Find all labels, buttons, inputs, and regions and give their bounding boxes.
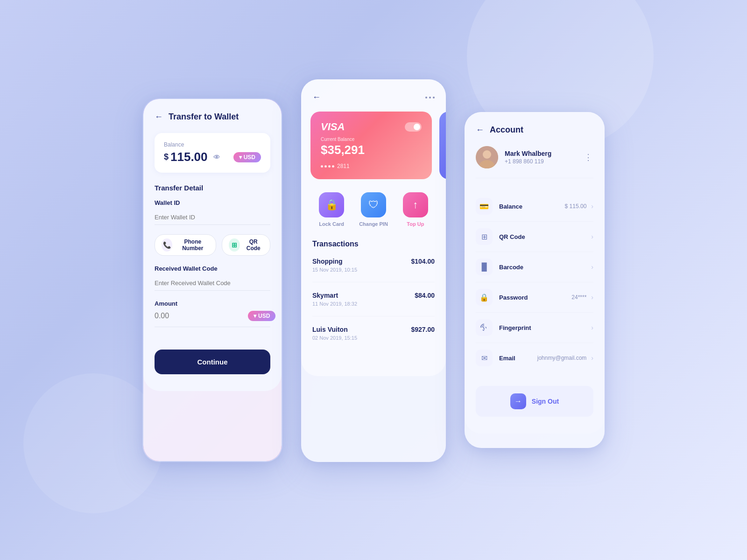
- card-balance-label: Current Balance: [321, 137, 422, 142]
- profile-name: Mark Whalberg: [505, 150, 551, 157]
- transaction-item-1[interactable]: Shopping 15 Nov 2019, 10:15 $104.00: [312, 258, 435, 282]
- wallet-id-input[interactable]: [155, 210, 270, 225]
- profile-phone: +1 898 860 119: [505, 158, 551, 165]
- card-dot1: [321, 165, 323, 168]
- amount-currency-chevron: ▾: [254, 313, 256, 319]
- visa-card-header: VISA: [321, 121, 422, 133]
- signout-button[interactable]: → Sign Out: [476, 386, 593, 417]
- card-dots: [321, 165, 334, 168]
- action-buttons: 🔒 Lock Card 🛡 Change PIN ↑ Top Up: [301, 192, 446, 227]
- transaction-item-3[interactable]: Luis Vuiton 02 Nov 2019, 15:15 $927.00: [312, 326, 435, 350]
- menu-item-barcode[interactable]: ▐▌ Barcode ›: [476, 252, 593, 282]
- menu-right-email: johnmy@gmail.com ›: [537, 354, 593, 362]
- balance-chevron: ›: [591, 203, 593, 210]
- transfer-header: ← Transfer to Wallet: [155, 112, 270, 122]
- currency-badge-chevron: ▾: [239, 154, 242, 161]
- email-chevron: ›: [591, 354, 593, 362]
- menu-left-email: ✉ Email: [476, 350, 515, 366]
- transfer-detail-title: Transfer Detail: [155, 184, 270, 192]
- top-up-label: Top Up: [407, 221, 424, 227]
- menu-left-fingerprint: Fingerprint: [476, 319, 531, 336]
- menu-right-qr: ›: [591, 233, 593, 240]
- menu-left-qr: ⊞ QR Code: [476, 228, 525, 245]
- dots-menu[interactable]: [425, 97, 435, 98]
- svg-point-1: [483, 150, 491, 159]
- barcode-menu-label: Barcode: [499, 264, 523, 271]
- menu-right-balance: $ 115.00 ›: [565, 203, 593, 210]
- visa-card[interactable]: VISA Current Balance $35,291 2811: [310, 112, 432, 179]
- menu-item-password[interactable]: 🔒 Password 24**** ›: [476, 282, 593, 313]
- card-carousel: VISA Current Balance $35,291 2811: [301, 112, 446, 179]
- password-menu-value: 24****: [571, 294, 586, 301]
- trans-name-1: Shopping: [312, 258, 357, 265]
- profile-info: Mark Whalberg +1 898 860 119: [476, 146, 551, 168]
- top-up-icon: ↑: [403, 192, 428, 217]
- account-back-arrow[interactable]: ←: [476, 125, 484, 135]
- menu-item-qr[interactable]: ⊞ QR Code ›: [476, 222, 593, 252]
- balance-amount: $ 115.00 👁: [164, 150, 220, 164]
- continue-button[interactable]: Continue: [155, 350, 270, 374]
- menu-right-password: 24**** ›: [571, 294, 593, 301]
- currency-badge-label: USD: [244, 154, 255, 161]
- screens-container: ← Transfer to Wallet Balance $ 115.00 👁 …: [142, 98, 605, 462]
- menu-left-password: 🔒 Password: [476, 289, 528, 306]
- received-wallet-label: Received Wallet Code: [155, 265, 270, 272]
- trans-date-1: 15 Nov 2019, 10:15: [312, 267, 357, 273]
- visa-logo: VISA: [321, 121, 345, 133]
- balance-menu-value: $ 115.00: [565, 203, 587, 210]
- barcode-chevron: ›: [591, 263, 593, 271]
- balance-card: Balance $ 115.00 👁 ▾ USD: [155, 133, 270, 173]
- balance-value: 115.00: [170, 150, 208, 164]
- card-dot2: [324, 165, 327, 168]
- balance-label: Balance: [164, 141, 261, 148]
- transaction-info-2: Skymart 11 Nov 2019, 18:32: [312, 292, 357, 307]
- qr-code-label: QR Code: [244, 238, 263, 252]
- menu-item-email[interactable]: ✉ Email johnmy@gmail.com ›: [476, 343, 593, 373]
- balance-menu-label: Balance: [499, 203, 522, 210]
- account-title: Account: [490, 125, 523, 135]
- change-pin-button[interactable]: 🛡 Change PIN: [359, 192, 388, 227]
- email-menu-label: Email: [499, 355, 515, 362]
- screen-account: ← Account Mark Whalberg: [465, 112, 605, 448]
- amount-currency-badge[interactable]: ▾ USD: [248, 311, 275, 321]
- trans-back-arrow[interactable]: ←: [312, 92, 321, 102]
- amount-input[interactable]: [155, 312, 248, 320]
- lock-card-button[interactable]: 🔒 Lock Card: [319, 192, 344, 227]
- transactions-title: Transactions: [312, 240, 435, 248]
- phone-number-button[interactable]: 📞 Phone Number: [155, 234, 216, 256]
- trans-date-2: 11 Nov 2019, 18:32: [312, 301, 357, 307]
- qr-menu-label: QR Code: [499, 233, 525, 240]
- barcode-menu-icon: ▐▌: [476, 259, 493, 275]
- back-arrow-icon[interactable]: ←: [155, 112, 163, 122]
- top-up-button[interactable]: ↑ Top Up: [403, 192, 428, 227]
- card-last4: 2811: [337, 163, 350, 169]
- currency-badge[interactable]: ▾ USD: [233, 152, 261, 162]
- eye-icon[interactable]: 👁: [213, 154, 220, 161]
- menu-item-balance[interactable]: 💳 Balance $ 115.00 ›: [476, 191, 593, 222]
- avatar-svg: [476, 146, 498, 168]
- dollar-sign: $: [164, 152, 169, 162]
- transaction-item-2[interactable]: Skymart 11 Nov 2019, 18:32 $84.00: [312, 292, 435, 316]
- phone-icon: 📞: [162, 238, 172, 252]
- menu-right-barcode: ›: [591, 263, 593, 271]
- email-menu-value: johnmy@gmail.com: [537, 355, 587, 361]
- qr-code-button[interactable]: ⊞ QR Code: [222, 234, 270, 256]
- transfer-title: Transfer to Wallet: [169, 112, 239, 122]
- fingerprint-svg: [480, 323, 488, 332]
- card-toggle[interactable]: [405, 122, 422, 132]
- lock-card-label: Lock Card: [319, 221, 344, 227]
- dot2: [429, 97, 431, 98]
- menu-item-fingerprint[interactable]: Fingerprint ›: [476, 313, 593, 343]
- received-wallet-input[interactable]: [155, 276, 270, 291]
- transaction-info-1: Shopping 15 Nov 2019, 10:15: [312, 258, 357, 273]
- card-peek[interactable]: Cu $: [439, 112, 446, 179]
- transactions-header: ←: [301, 92, 446, 102]
- password-menu-icon: 🔒: [476, 289, 493, 306]
- menu-left-balance: 💳 Balance: [476, 198, 522, 215]
- input-method-row: 📞 Phone Number ⊞ QR Code: [155, 234, 270, 256]
- password-menu-label: Password: [499, 294, 528, 301]
- signout-icon: →: [510, 393, 526, 409]
- fingerprint-menu-icon: [476, 319, 493, 336]
- three-dots-menu[interactable]: ⋮: [584, 152, 593, 162]
- transaction-info-3: Luis Vuiton 02 Nov 2019, 15:15: [312, 326, 357, 341]
